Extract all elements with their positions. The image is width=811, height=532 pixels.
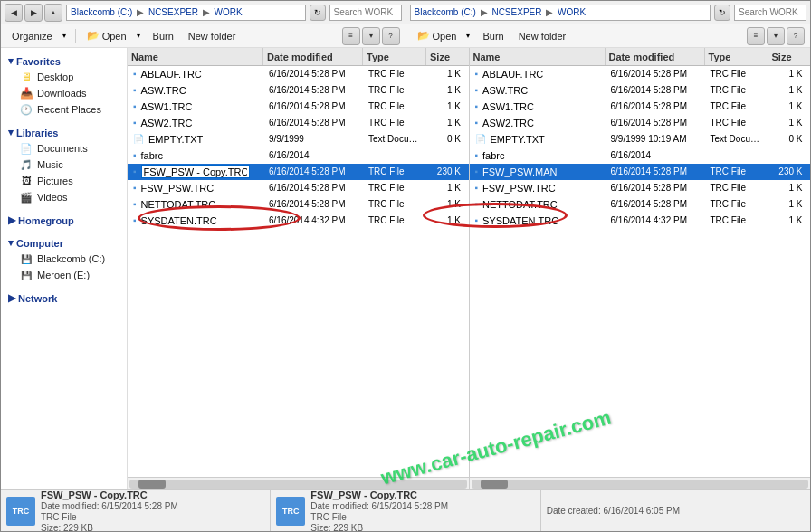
file-row[interactable]: ▪ABLAUF.TRC6/16/2014 5:28 PMTRC File1 K <box>470 66 811 82</box>
right-col-size[interactable]: Size <box>768 48 805 65</box>
open-button-right[interactable]: 📂 Open <box>412 27 463 44</box>
sidebar-item-meroen[interactable]: 💾 Meroen (E:) <box>1 267 127 283</box>
homegroup-header[interactable]: ▶ Homegroup <box>1 213 127 228</box>
open-dropdown-left[interactable]: 📂 Open ▾ <box>81 27 144 44</box>
right-file-list[interactable]: ▪ABLAUF.TRC6/16/2014 5:28 PMTRC File1 K▪… <box>470 66 811 477</box>
status-created-right: Date created: 6/16/2014 6:05 PM <box>547 506 680 516</box>
file-row[interactable]: ▪NETTODAT.TRC6/16/2014 5:28 PMTRC File1 … <box>470 196 811 213</box>
sidebar-item-desktop[interactable]: 🖥 Desktop <box>1 69 127 85</box>
file-row[interactable]: 📄EMPTY.TXT9/9/1999Text Document0 K <box>128 131 469 147</box>
sidebar-item-recent-places[interactable]: 🕐 Recent Places <box>1 101 127 118</box>
file-row[interactable]: ▪SYSDATEN.TRC6/16/2014 4:32 PMTRC File1 … <box>128 213 469 229</box>
file-icon: ▪ <box>133 199 137 209</box>
right-scroll-bar[interactable] <box>470 477 811 489</box>
up-button-left[interactable]: ▲ <box>44 4 62 22</box>
file-row[interactable]: ▪FSW_PSW.MAN6/16/2014 5:28 PMTRC File230… <box>470 164 811 180</box>
sidebar-item-videos[interactable]: 🎬 Videos <box>1 189 127 205</box>
right-col-date[interactable]: Date modified <box>606 48 705 65</box>
libraries-header[interactable]: ▾ Libraries <box>1 125 127 140</box>
rename-input[interactable] <box>141 165 250 178</box>
new-folder-button-right[interactable]: New folder <box>513 29 572 43</box>
open-dropdown-right[interactable]: 📂 Open ▾ <box>412 27 474 44</box>
organize-button[interactable]: Organize <box>6 28 58 44</box>
left-scroll-bar[interactable] <box>128 477 469 489</box>
right-toolbar: 📂 Open ▾ Burn New folder ≡ ▾ ? <box>406 24 811 47</box>
pictures-icon: 🖼 <box>19 175 33 187</box>
status-pane-middle: TRC FSW_PSW - Copy.TRC Date modified: 6/… <box>271 490 540 531</box>
collapse-icon-favorites: ▾ <box>8 55 14 67</box>
sidebar-item-pictures[interactable]: 🖼 Pictures <box>1 173 127 189</box>
file-row[interactable]: 📄EMPTY.TXT9/9/1999 10:19 AMText Document… <box>470 131 811 147</box>
search-input-right[interactable] <box>734 5 806 21</box>
left-scroll-track[interactable] <box>129 480 467 489</box>
network-header[interactable]: ▶ Network <box>1 290 127 306</box>
right-col-type[interactable]: Type <box>705 48 768 65</box>
file-name-text: ASW1.TRC <box>482 101 534 112</box>
open-arrow-right[interactable]: ▾ <box>463 29 473 43</box>
file-row[interactable]: ▪ASW1.TRC6/16/2014 5:28 PMTRC File1 K <box>470 99 811 115</box>
file-row[interactable]: ▪ASW2.TRC6/16/2014 5:28 PMTRC File1 K <box>128 115 469 131</box>
drive-c-icon: 💾 <box>19 252 33 265</box>
left-address-bar[interactable]: Blackcomb (C:) ▶ NCSEXPER ▶ WORK <box>66 5 306 21</box>
file-row[interactable]: ▪NETTODAT.TRC6/16/2014 5:28 PMTRC File1 … <box>128 196 469 213</box>
forward-button-left[interactable]: ▶ <box>24 4 43 22</box>
refresh-button-left[interactable]: ↻ <box>310 5 326 21</box>
right-address-bar[interactable]: Blackcomb (C:) ▶ NCSEXPER ▶ WORK <box>410 5 711 21</box>
sidebar-item-music[interactable]: 🎵 Music <box>1 157 127 173</box>
open-arrow-left[interactable]: ▾ <box>133 29 144 43</box>
organize-arrow[interactable]: ▾ <box>59 29 70 43</box>
file-row[interactable]: ▪ASW.TRC6/16/2014 5:28 PMTRC File1 K <box>128 82 469 99</box>
back-button-left[interactable]: ◀ <box>5 4 23 22</box>
folder-icon-toolbar: 📂 <box>87 30 100 42</box>
drive-e-icon: 💾 <box>19 269 33 281</box>
file-row[interactable]: ▪fabrc6/16/2014 <box>470 147 811 164</box>
help-button-left[interactable]: ? <box>382 27 400 45</box>
file-icon: ▪ <box>475 118 479 128</box>
search-input-left[interactable] <box>329 5 402 21</box>
left-file-list[interactable]: ▪ABLAUF.TRC6/16/2014 5:28 PMTRC File1 K▪… <box>128 66 469 477</box>
sidebar-item-documents[interactable]: 📄 Documents <box>1 140 127 157</box>
refresh-button-right[interactable]: ↻ <box>714 5 730 21</box>
file-icon: 📄 <box>475 134 486 144</box>
file-icon: ▪ <box>133 166 137 176</box>
sidebar-item-downloads[interactable]: 📥 Downloads <box>1 85 127 101</box>
file-row[interactable]: ▪FSW_PSW.TRC6/16/2014 5:28 PMTRC File1 K <box>470 180 811 196</box>
computer-header[interactable]: ▾ Computer <box>1 235 127 251</box>
file-row[interactable]: ▪fabrc6/16/2014 <box>128 147 469 164</box>
left-col-type[interactable]: Type <box>363 48 426 65</box>
left-col-name[interactable]: Name <box>128 48 263 65</box>
file-row[interactable]: ▪SYSDATEN.TRC6/16/2014 4:32 PMTRC File1 … <box>470 213 811 229</box>
burn-button-right[interactable]: Burn <box>477 29 509 43</box>
file-row[interactable]: ▪ABLAUF.TRC6/16/2014 5:28 PMTRC File1 K <box>128 66 469 82</box>
view-menu-button-right[interactable]: ▾ <box>767 27 785 45</box>
favorites-header[interactable]: ▾ Favorites <box>1 53 127 69</box>
burn-button-left[interactable]: Burn <box>148 29 179 43</box>
view-list-button-left[interactable]: ≡ <box>342 27 360 45</box>
right-scroll-track[interactable] <box>472 480 809 489</box>
toolbar-area: Organize ▾ 📂 Open ▾ Burn New folder ≡ ▾ … <box>1 24 810 48</box>
file-panes: Name Date modified Type Size ▪ABLAUF.TRC… <box>128 48 810 489</box>
file-row[interactable]: ▪FSW_PSW.TRC6/16/2014 5:28 PMTRC File1 K <box>128 180 469 196</box>
file-name-text: SYSDATEN.TRC <box>482 215 558 226</box>
open-button-left[interactable]: 📂 Open <box>81 27 132 44</box>
file-row[interactable]: ▪ASW.TRC6/16/2014 5:28 PMTRC File1 K <box>470 82 811 99</box>
right-scroll-thumb[interactable] <box>481 480 508 489</box>
sidebar-item-blackcomb[interactable]: 💾 Blackcomb (C:) <box>1 251 127 267</box>
left-scroll-thumb[interactable] <box>138 480 166 489</box>
left-col-date[interactable]: Date modified <box>263 48 363 65</box>
left-col-size[interactable]: Size <box>426 48 463 65</box>
file-icon: ▪ <box>475 199 479 209</box>
new-folder-button-left[interactable]: New folder <box>183 29 242 43</box>
view-menu-button-left[interactable]: ▾ <box>362 27 380 45</box>
help-button-right[interactable]: ? <box>787 27 805 45</box>
file-name-text: ASW1.TRC <box>141 101 193 112</box>
file-name-text: FSW_PSW.MAN <box>482 166 558 177</box>
right-col-name[interactable]: Name <box>470 48 606 65</box>
file-row[interactable]: ▪ASW2.TRC6/16/2014 5:28 PMTRC File1 K <box>470 115 811 131</box>
file-row[interactable]: ▪ASW1.TRC6/16/2014 5:28 PMTRC File1 K <box>128 99 469 115</box>
file-icon: ▪ <box>133 183 137 193</box>
status-pane-right: Date created: 6/16/2014 6:05 PM <box>541 490 810 531</box>
file-row[interactable]: ▪6/16/2014 5:28 PMTRC File230 K <box>128 164 469 180</box>
organize-dropdown[interactable]: Organize ▾ <box>6 28 70 44</box>
view-list-button-right[interactable]: ≡ <box>747 27 765 45</box>
